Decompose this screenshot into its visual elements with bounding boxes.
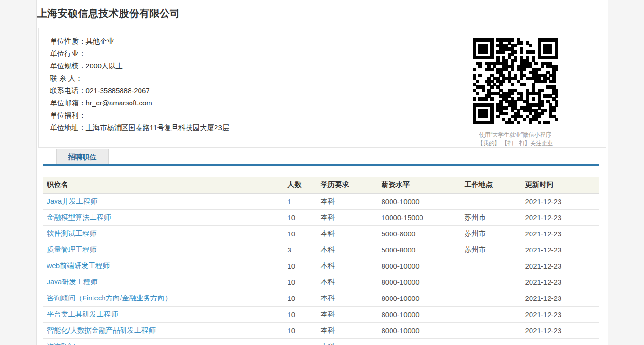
tab-bar: 招聘职位 xyxy=(43,149,599,166)
job-name-cell: 软件测试工程师 xyxy=(43,225,284,242)
info-field-value: 其他企业 xyxy=(86,37,114,45)
degree-cell: 本科 xyxy=(317,274,378,290)
degree-cell: 本科 xyxy=(317,209,378,225)
count-cell: 10 xyxy=(284,274,317,290)
job-link[interactable]: Java开发工程师 xyxy=(47,197,98,205)
count-cell: 10 xyxy=(284,209,317,225)
job-link[interactable]: 软件测试工程师 xyxy=(47,229,97,237)
header-salary: 薪资水平 xyxy=(378,177,461,193)
job-name-cell: Java研发工程师 xyxy=(43,274,284,290)
salary-cell: 8000-10000 xyxy=(378,338,461,345)
header-job-name: 职位名 xyxy=(43,177,284,193)
salary-cell: 8000-10000 xyxy=(378,193,461,209)
qr-caption-line1: 使用“大学生就业”微信小程序 xyxy=(454,131,577,139)
table-row: 咨询顾问（Fintech方向/金融业务方向）10本科8000-100002021… xyxy=(43,290,599,306)
updated-cell: 2021-12-23 xyxy=(522,338,599,345)
job-link[interactable]: 金融模型算法工程师 xyxy=(47,213,111,221)
location-cell xyxy=(461,290,522,306)
job-name-cell: 质量管理工程师 xyxy=(43,242,284,258)
table-row: Java开发工程师1本科8000-100002021-12-23 xyxy=(43,193,599,209)
job-link[interactable]: Java研发工程师 xyxy=(47,278,98,286)
tab-recruit-positions[interactable]: 招聘职位 xyxy=(56,149,109,164)
count-cell: 1 xyxy=(284,193,317,209)
updated-cell: 2021-12-23 xyxy=(522,209,599,225)
info-field-label: 单位性质： xyxy=(50,37,86,45)
qr-block: 使用“大学生就业”微信小程序 【我的】 【扫一扫】关注企业 xyxy=(473,38,558,148)
table-row: 金融模型算法工程师10本科10000-15000苏州市2021-12-23 xyxy=(43,209,599,225)
info-field-label: 单位地址： xyxy=(50,123,86,131)
location-cell: 苏州市 xyxy=(461,242,522,258)
count-cell: 50 xyxy=(284,338,317,345)
job-link[interactable]: 咨询顾问（Fintech方向/金融业务方向） xyxy=(47,294,172,302)
updated-cell: 2021-12-23 xyxy=(522,193,599,209)
degree-cell: 本科 xyxy=(317,242,378,258)
count-cell: 10 xyxy=(284,258,317,274)
info-field-label: 联系电话： xyxy=(50,86,86,94)
location-cell xyxy=(461,193,522,209)
job-link[interactable]: 智能化/大数据金融产品研发工程师 xyxy=(47,326,156,334)
job-link[interactable]: 质量管理工程师 xyxy=(47,245,97,253)
location-cell xyxy=(461,338,522,345)
page-title: 上海安硕信息技术股份有限公司 xyxy=(37,7,608,20)
updated-cell: 2021-12-23 xyxy=(522,242,599,258)
table-row: 平台类工具研发工程师10本科8000-100002021-12-23 xyxy=(43,306,599,322)
salary-cell: 5000-8000 xyxy=(378,242,461,258)
info-field-label: 单位行业： xyxy=(50,49,86,57)
info-field-label: 单位福利： xyxy=(50,111,86,119)
job-name-cell: 金融模型算法工程师 xyxy=(43,209,284,225)
job-name-cell: 平台类工具研发工程师 xyxy=(43,306,284,322)
updated-cell: 2021-12-23 xyxy=(522,290,599,306)
info-field-label: 单位邮箱： xyxy=(50,99,86,107)
salary-cell: 8000-10000 xyxy=(378,290,461,306)
page-container: 上海安硕信息技术股份有限公司 单位性质：其他企业单位行业：单位规模：2000人以… xyxy=(36,0,608,345)
company-info-box: 单位性质：其他企业单位行业：单位规模：2000人以上联 系 人：联系电话：021… xyxy=(38,28,606,148)
table-row: web前端研发工程师10本科8000-100002021-12-23 xyxy=(43,258,599,274)
job-link[interactable]: 平台类工具研发工程师 xyxy=(47,310,118,318)
count-cell: 10 xyxy=(284,322,317,338)
count-cell: 3 xyxy=(284,242,317,258)
count-cell: 10 xyxy=(284,225,317,242)
table-row: Java研发工程师10本科8000-100002021-12-23 xyxy=(43,274,599,290)
location-cell: 苏州市 xyxy=(461,209,522,225)
salary-cell: 8000-10000 xyxy=(378,274,461,290)
updated-cell: 2021-12-23 xyxy=(522,225,599,242)
qr-caption-line2: 【我的】 【扫一扫】关注企业 xyxy=(454,139,577,148)
updated-cell: 2021-12-23 xyxy=(522,258,599,274)
location-cell xyxy=(461,274,522,290)
salary-cell: 8000-10000 xyxy=(378,258,461,274)
table-row: 质量管理工程师3本科5000-8000苏州市2021-12-23 xyxy=(43,242,599,258)
degree-cell: 本科 xyxy=(317,193,378,209)
location-cell xyxy=(461,322,522,338)
qr-caption: 使用“大学生就业”微信小程序 【我的】 【扫一扫】关注企业 xyxy=(454,131,577,148)
job-name-cell: 智能化/大数据金融产品研发工程师 xyxy=(43,322,284,338)
table-row: 智能化/大数据金融产品研发工程师10本科8000-100002021-12-23 xyxy=(43,322,599,338)
job-link[interactable]: web前端研发工程师 xyxy=(47,261,110,270)
degree-cell: 本科 xyxy=(317,322,378,338)
header-count: 人数 xyxy=(284,177,317,193)
header-degree: 学历要求 xyxy=(317,177,378,193)
info-field-value: hr_cr@amarsoft.com xyxy=(86,99,152,107)
location-cell: 苏州市 xyxy=(461,225,522,242)
info-field-label: 单位规模： xyxy=(50,62,86,70)
degree-cell: 本科 xyxy=(317,338,378,345)
degree-cell: 本科 xyxy=(317,258,378,274)
degree-cell: 本科 xyxy=(317,306,378,322)
job-link[interactable]: 咨询顾问 xyxy=(47,342,75,345)
count-cell: 10 xyxy=(284,306,317,322)
qr-code-icon xyxy=(473,38,558,124)
job-name-cell: Java开发工程师 xyxy=(43,193,284,209)
degree-cell: 本科 xyxy=(317,290,378,306)
job-name-cell: 咨询顾问 xyxy=(43,338,284,345)
info-field-value: 上海市杨浦区国泰路11号复旦科技园大厦23层 xyxy=(86,123,229,131)
degree-cell: 本科 xyxy=(317,225,378,242)
salary-cell: 10000-15000 xyxy=(378,209,461,225)
salary-cell: 8000-10000 xyxy=(378,322,461,338)
header-location: 工作地点 xyxy=(461,177,522,193)
jobs-table: 职位名 人数 学历要求 薪资水平 工作地点 更新时间 Java开发工程师1本科8… xyxy=(43,177,599,345)
info-field-value: 021-35885888-2067 xyxy=(86,86,150,94)
updated-cell: 2021-12-23 xyxy=(522,322,599,338)
salary-cell: 8000-10000 xyxy=(378,306,461,322)
header-updated: 更新时间 xyxy=(522,177,599,193)
jobs-table-header-row: 职位名 人数 学历要求 薪资水平 工作地点 更新时间 xyxy=(43,177,599,193)
table-row: 软件测试工程师10本科5000-8000苏州市2021-12-23 xyxy=(43,225,599,242)
